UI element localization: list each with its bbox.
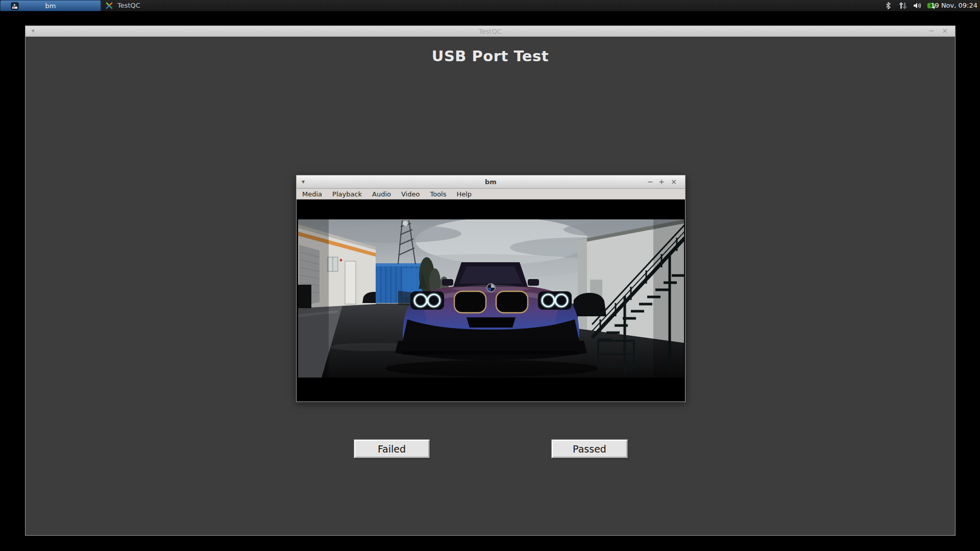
- video-area[interactable]: [297, 200, 685, 402]
- menu-playback[interactable]: Playback: [327, 189, 367, 199]
- minimize-icon[interactable]: −: [645, 176, 655, 189]
- network-arrows-icon[interactable]: [897, 2, 905, 10]
- close-icon[interactable]: ×: [940, 26, 950, 37]
- taskbar-label-testqc: TestQC: [117, 0, 140, 11]
- taskbar-label-bm: bm: [1, 1, 101, 12]
- system-tray: 19 Nov, 09:24: [883, 0, 980, 11]
- taskbar-button-testqc[interactable]: TestQC: [102, 0, 203, 11]
- testqc-titlebar[interactable]: ▾ TestQC − ×: [26, 26, 955, 37]
- testqc-window-title: TestQC: [26, 26, 955, 37]
- menu-video[interactable]: Video: [396, 189, 425, 199]
- taskbar-button-bm[interactable]: bm: [0, 0, 101, 11]
- media-player-titlebar[interactable]: ▾ bm − + ×: [297, 176, 685, 189]
- testqc-icon: [105, 2, 113, 10]
- minimize-icon[interactable]: −: [926, 26, 937, 37]
- volume-icon[interactable]: [913, 2, 921, 10]
- video-frame-car-scene: [298, 219, 684, 378]
- clock[interactable]: 19 Nov, 09:24: [930, 0, 977, 11]
- media-player-menubar: Media Playback Audio Video Tools Help: [297, 189, 685, 199]
- bluetooth-icon[interactable]: [884, 2, 892, 10]
- top-panel: bm TestQC: [0, 0, 980, 11]
- testqc-window: ▾ TestQC − × USB Port Test ▾ bm − + × Me…: [25, 26, 955, 536]
- close-icon[interactable]: ×: [669, 176, 679, 189]
- media-player-title: bm: [297, 176, 685, 189]
- maximize-icon[interactable]: +: [656, 176, 667, 189]
- desktop: bm TestQC: [0, 0, 980, 551]
- menu-audio[interactable]: Audio: [367, 189, 396, 199]
- failed-button[interactable]: Failed: [354, 439, 430, 458]
- menu-media[interactable]: Media: [297, 189, 327, 199]
- menu-tools[interactable]: Tools: [425, 189, 451, 199]
- passed-button[interactable]: Passed: [551, 439, 628, 458]
- media-player-window: ▾ bm − + × Media Playback Audio Video To…: [296, 175, 685, 402]
- menu-help[interactable]: Help: [451, 189, 477, 199]
- page-title: USB Port Test: [26, 47, 955, 65]
